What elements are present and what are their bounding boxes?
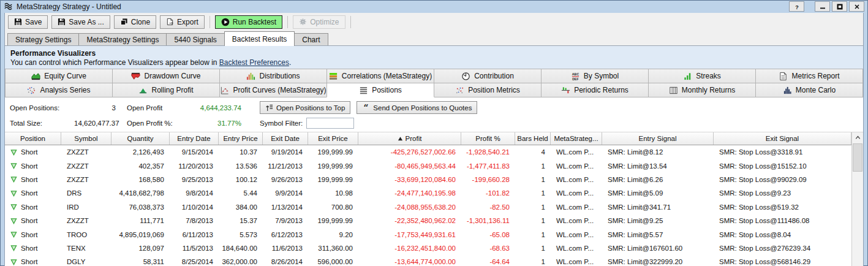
column-header-symbol[interactable]: Symbol [61,132,111,145]
visualizer-tab-position-metrics[interactable]: Position Metrics [434,83,542,97]
cell-value: 4,418,682,798 [119,189,164,197]
contribution-icon [461,72,470,81]
visualizer-tab-metrics-report[interactable]: Metrics Report [755,69,863,83]
column-header-label: Entry Date [177,135,210,142]
monthly-returns-icon [669,86,678,95]
visualizer-tab-periodic-returns[interactable]: Periodic Returns [541,83,649,97]
visualizer-tab-positions[interactable]: Positions [326,83,434,97]
cell-profit: -16,232,451,840.00 [358,245,461,252]
cell-value: -17,753,449,931.61 [394,231,456,238]
cell-value: 13.536 [236,162,257,170]
column-header-profit-pct[interactable]: Profit % [461,132,515,145]
column-header-metastrategy[interactable]: MetaStrateg... [551,132,602,145]
app-body: SaveSave As ...CloneExportRun BacktestOp… [4,13,864,266]
close-button[interactable] [849,1,864,12]
column-header-bars-held[interactable]: Bars Held [515,132,551,145]
cell-value: ZXZZT [67,176,89,183]
cell-position: Short [5,258,61,265]
column-header-label: Profit % [475,135,500,142]
short-position-icon [10,149,17,156]
total-size-value: 14,620,477.37 [74,120,116,127]
send-open-positions-to-quotes-button[interactable]: “Send Open Positions to Quotes [357,101,477,114]
visualizer-tab-rolling-profit[interactable]: Rolling Profit [112,83,220,97]
table-row[interactable]: ShortTENX128,09711/5/2013184,640.0011/6/… [5,241,851,255]
visualizer-tab-contribution[interactable]: Contribution [434,69,542,83]
tab-label: Chart [302,36,320,44]
cell-value: 9/19/2014 [271,148,303,156]
cell-value: WL.com P... [556,176,594,183]
save-button[interactable]: Save [8,15,48,29]
correlations-icon [329,72,338,81]
column-header-label: Quantity [127,135,154,142]
column-header-position[interactable]: Position [5,132,61,145]
visualizer-tab-drawdown-curve[interactable]: Drawdown Curve [112,69,220,83]
cell-metastrategy: WL.com P... [551,258,602,265]
cell-entry-price: 5.573 [219,231,263,238]
cell-exit-price: 10.98 [308,189,358,197]
tab-metastrategy-settings[interactable]: MetaStrategy Settings [78,33,167,45]
visualizer-tab-label: Drawdown Curve [144,72,200,80]
visualizer-tab-distributions[interactable]: Distributions [219,69,327,83]
table-row[interactable]: ShortDRS4,418,682,7989/8/20145.449/9/201… [5,186,851,200]
scrollbar-thumb[interactable] [853,143,862,172]
tab-5440-signals[interactable]: 5440 Signals [166,33,224,45]
visualizer-tab-profit-curves-metastrategy[interactable]: Profit Curves (MetaStrategy) [219,83,327,97]
table-row[interactable]: ShortZXZZT2,126,4939/15/201410.379/19/20… [5,145,851,159]
optimize-button[interactable]: Optimize [293,15,345,29]
cell-value: SMR: Stop Loss@8.04 [719,231,791,238]
cell-value: SMR: Stop Loss@519.32 [719,203,799,211]
cell-exit-date: 9/26/2013 [263,176,308,183]
column-header-label: MetaStrateg... [554,135,598,142]
visualizer-tab-by-symbol[interactable]: ABCDEFBy Symbol [541,69,649,83]
save-as-button[interactable]: Save As ... [51,15,110,29]
column-header-entry-signal[interactable]: Entry Signal [602,132,714,145]
open-positions-to-top-button[interactable]: Open Positions to Top [260,101,350,114]
column-header-exit-date[interactable]: Exit Date [263,132,308,145]
visualizer-tab-streaks[interactable]: Streaks [648,69,756,83]
table-row[interactable]: ShortIRD76,038,3731/10/2014384.001/13/20… [5,200,851,214]
table-row[interactable]: ShortTROO4,895,019,0696/11/20135.5736/12… [5,227,851,241]
maximize-button[interactable] [832,1,847,12]
column-header-label: Entry Price [223,135,257,142]
minimize-button[interactable] [815,1,830,12]
clone-button[interactable]: Clone [114,15,156,29]
cell-metastrategy: WL.com P... [551,162,602,170]
export-button[interactable]: Export [160,15,205,29]
visualizer-tab-monthly-returns[interactable]: Monthly Returns [648,83,756,97]
column-header-exit-price[interactable]: Exit Price [308,132,358,145]
analysis-series-icon [27,86,36,95]
vertical-scrollbar[interactable] [851,132,863,266]
scroll-up-button[interactable] [852,132,863,143]
cell-value: 5.573 [240,231,257,238]
visualizer-tab-equity-curve[interactable]: Equity Curve [5,69,113,83]
tab-backtest-results[interactable]: Backtest Results [224,31,295,46]
cell-value: 9/9/2014 [275,189,303,197]
visualizer-tab-monte-carlo[interactable]: Monte Carlo [755,83,863,97]
column-header-profit[interactable]: Profit [358,132,461,145]
column-header-entry-price[interactable]: Entry Price [219,132,263,145]
table-row[interactable]: ShortZXZZT111,7717/8/201315.377/9/201319… [5,214,851,227]
cell-value: -82.50 [489,203,510,211]
cell-value: 1 [542,258,545,265]
visualizer-tab-correlations-metastrategy[interactable]: Correlations (MetaStrategy) [326,69,434,83]
column-header-exit-signal[interactable]: Exit Signal [714,132,851,145]
column-header-quantity[interactable]: Quantity [111,132,170,145]
table-row[interactable]: ShortZXZZT168,5809/25/2013100.129/26/201… [5,173,851,186]
backtest-preferences-link[interactable]: Backtest Preferences [219,58,289,67]
visualizer-tab-analysis-series[interactable]: Analysis Series [5,83,113,97]
run-backtest-button[interactable]: Run Backtest [215,15,282,29]
tab-chart[interactable]: Chart [294,33,328,45]
run-icon [221,18,230,26]
column-header-entry-date[interactable]: Entry Date [170,132,219,145]
cell-value: 199,999.99 [317,217,353,224]
cell-entry-price: 15.37 [219,217,263,224]
table-row[interactable]: ShortDGLY58,3118/25/2014362,000.008/26/2… [5,255,851,266]
cell-value: 8/26/2014 [271,258,303,265]
table-row[interactable]: ShortZXZZT402,35711/20/201313.53611/21/2… [5,159,851,172]
symbol-filter-input[interactable] [306,118,354,129]
tab-label: MetaStrategy Settings [86,36,159,44]
tab-strategy-settings[interactable]: Strategy Settings [7,33,79,45]
short-position-icon [10,259,17,265]
cell-value: 9/25/2013 [182,176,213,183]
help-button[interactable]: ? [789,1,804,12]
